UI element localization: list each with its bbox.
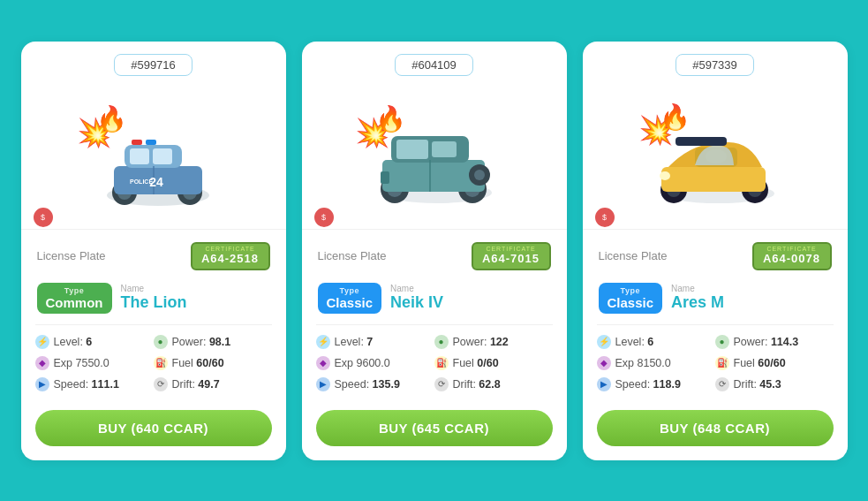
stat-power: ● Power: 114.3: [715, 332, 834, 352]
exp-label: Exp 9600.0: [335, 357, 390, 369]
stat-power: ● Power: 98.1: [154, 332, 272, 352]
stats-area: ⚡ Level: 6 ● Power: 114.3 ◆ Exp 8150.0 ⛽…: [583, 329, 848, 401]
stat-level: ⚡ Level: 7: [316, 332, 434, 352]
svg-rect-27: [396, 140, 428, 159]
cert-text: CERTIFICATE: [205, 246, 254, 252]
exp-icon: ◆: [35, 356, 49, 370]
exp-label: Exp 8150.0: [615, 357, 671, 369]
car-name: The Lion: [121, 293, 187, 312]
type-label: Type: [64, 286, 84, 295]
stat-power: ● Power: 122: [434, 332, 553, 352]
badge-icon: $: [593, 206, 616, 229]
card-2: #604109 💥 🔥: [302, 42, 567, 460]
stat-exp: ◆ Exp 7550.0: [35, 353, 154, 373]
type-value: Common: [46, 295, 103, 310]
cert-text: CERTIFICATE: [486, 246, 535, 252]
cards-container: #599716 💥 🔥: [0, 20, 868, 482]
stat-drift: ⟳ Drift: 49.7: [154, 375, 272, 394]
card-id: #604109: [395, 54, 473, 76]
type-label: Type: [340, 286, 359, 295]
badge-icon: $: [313, 206, 336, 229]
stat-speed: ▶ Speed: 111.1: [35, 375, 154, 394]
speed-label: Speed: 135.9: [335, 378, 400, 391]
stat-exp: ◆ Exp 8150.0: [597, 353, 715, 373]
drift-icon: ⟳: [154, 377, 168, 391]
fuel-label: Fuel 0/60: [453, 357, 499, 369]
type-badge: Type Common: [37, 283, 112, 314]
license-label: License Plate: [599, 249, 668, 262]
stat-drift: ⟳ Drift: 62.8: [434, 375, 553, 394]
stat-fuel: ⛽ Fuel 60/60: [154, 353, 272, 373]
level-icon: ⚡: [597, 335, 611, 349]
stat-speed: ▶ Speed: 118.9: [597, 375, 715, 394]
car-image: 💥 🔥: [346, 89, 523, 213]
car-image-area: 💥 🔥 $: [302, 83, 567, 220]
svg-rect-45: [676, 137, 727, 146]
car-image: 💥 🔥: [627, 89, 804, 213]
divider: [316, 324, 553, 325]
svg-text:🔥: 🔥: [96, 104, 127, 133]
buy-button[interactable]: BUY (640 CCAR): [35, 410, 272, 446]
license-plate-wrap: CERTIFICATE A64-0078: [752, 242, 832, 270]
drift-label: Drift: 49.7: [172, 378, 220, 391]
speed-label: Speed: 111.1: [54, 378, 119, 391]
type-value: Classic: [327, 295, 374, 310]
fuel-icon: ⛽: [154, 356, 168, 370]
card-id-bar: #604109: [302, 42, 567, 83]
svg-text:$: $: [41, 213, 45, 222]
speed-label: Speed: 118.9: [615, 378, 681, 391]
name-block: Name Ares M: [671, 284, 724, 312]
stats-area: ⚡ Level: 7 ● Power: 122 ◆ Exp 9600.0 ⛽ F…: [302, 329, 567, 401]
fuel-icon: ⛽: [715, 356, 729, 370]
license-plate-wrap: CERTIFICATE A64-7015: [472, 242, 551, 270]
license-number: A64-2518: [201, 252, 259, 265]
svg-text:$: $: [602, 213, 607, 222]
drift-icon: ⟳: [715, 377, 729, 391]
name-sublabel: Name: [390, 284, 443, 293]
card-id: #597339: [676, 54, 754, 76]
power-icon: ●: [154, 335, 168, 349]
drift-icon: ⟳: [434, 377, 449, 391]
buy-button[interactable]: BUY (648 CCAR): [597, 410, 834, 446]
car-name: Ares M: [671, 293, 724, 312]
name-block: Name Neik IV: [390, 284, 443, 312]
license-row: License Plate CERTIFICATE A64-7015: [302, 229, 567, 277]
exp-icon: ◆: [316, 356, 330, 370]
car-image-area: 💥 🔥 24 POLICE: [21, 83, 286, 220]
power-label: Power: 122: [453, 336, 509, 348]
license-number: A64-0078: [763, 252, 820, 265]
name-sublabel: Name: [121, 284, 187, 293]
svg-point-31: [474, 170, 485, 180]
exp-label: Exp 7550.0: [54, 357, 109, 369]
card-id-bar: #599716: [21, 42, 286, 83]
name-sublabel: Name: [671, 284, 724, 293]
speed-icon: ▶: [316, 377, 330, 391]
level-label: Level: 6: [615, 336, 654, 348]
license-row: License Plate CERTIFICATE A64-2518: [21, 229, 286, 277]
svg-text:$: $: [321, 213, 326, 222]
stat-fuel: ⛽ Fuel 60/60: [715, 353, 834, 373]
buy-button[interactable]: BUY (645 CCAR): [316, 410, 553, 446]
power-label: Power: 114.3: [734, 336, 799, 348]
drift-label: Drift: 45.3: [734, 378, 781, 391]
svg-rect-32: [381, 171, 389, 184]
fuel-label: Fuel 60/60: [172, 357, 224, 369]
type-badge: Type Classic: [599, 283, 663, 314]
svg-point-46: [660, 171, 670, 180]
type-label: Type: [621, 286, 640, 295]
speed-icon: ▶: [35, 377, 49, 391]
name-block: Name The Lion: [121, 284, 187, 312]
svg-rect-42: [661, 167, 766, 192]
power-icon: ●: [434, 335, 449, 349]
license-row: License Plate CERTIFICATE A64-0078: [583, 229, 848, 277]
divider: [35, 324, 272, 325]
license-label: License Plate: [318, 249, 387, 262]
license-plate-wrap: CERTIFICATE A64-2518: [191, 242, 270, 270]
fuel-icon: ⛽: [434, 356, 449, 370]
type-name-row: Type Classic Name Ares M: [583, 277, 848, 321]
level-label: Level: 6: [54, 336, 93, 348]
level-icon: ⚡: [35, 335, 49, 349]
card-1: #599716 💥 🔥: [21, 42, 286, 460]
car-name: Neik IV: [390, 293, 443, 312]
svg-text:🔥: 🔥: [375, 104, 406, 133]
